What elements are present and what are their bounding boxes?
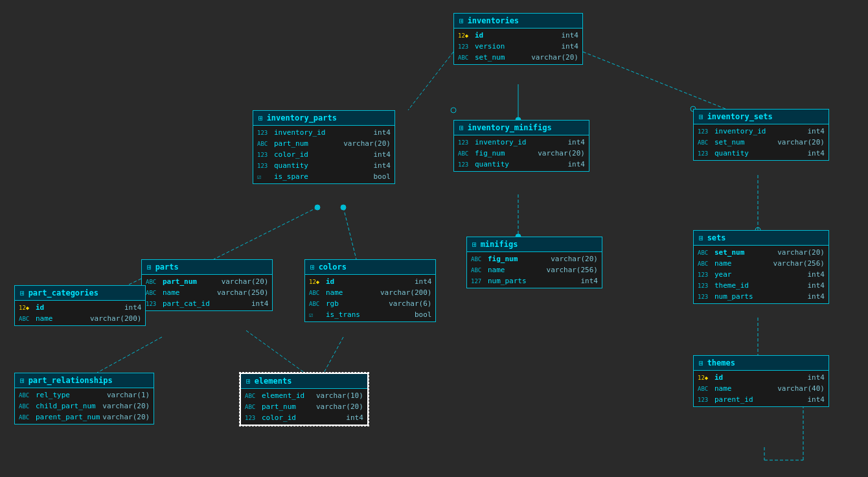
table-row: ABC part_num varchar(20)	[142, 276, 272, 287]
type-icon: 127	[471, 278, 485, 285]
type-icon: ABC	[471, 267, 485, 273]
checkbox-icon: ☑	[309, 311, 323, 318]
table-part-relationships-title: part_relationships	[29, 376, 113, 385]
field-name: parent_id	[714, 395, 766, 404]
table-themes[interactable]: ⊞ themes 12◆ id int4 ABC name varchar(40…	[693, 355, 829, 407]
type-icon: 123	[698, 397, 712, 403]
type-icon: 123	[257, 152, 271, 158]
table-inventory-parts-header: ⊞ inventory_parts	[253, 111, 394, 126]
field-type: int4	[808, 149, 825, 157]
field-type: int4	[562, 42, 579, 51]
table-row: ABC part_num varchar(20)	[253, 138, 394, 149]
type-icon: ABC	[698, 386, 712, 392]
table-icon: ⊞	[258, 114, 263, 122]
table-row: ABC set_num varchar(20)	[454, 52, 582, 63]
table-row: ABC rgb varchar(6)	[305, 298, 435, 309]
field-name: id	[36, 303, 87, 312]
table-colors[interactable]: ⊞ colors 12◆ id int4 ABC name varchar(20…	[304, 259, 436, 322]
field-name: name	[36, 314, 87, 323]
field-name: part_cat_id	[163, 299, 214, 308]
table-part-categories-title: part_categories	[29, 288, 98, 297]
svg-line-0	[408, 52, 453, 110]
type-icon: 123	[458, 139, 472, 146]
field-type: int4	[568, 160, 586, 169]
table-inventories-header: ⊞ inventories	[454, 14, 582, 29]
table-minifigs-body: ABC fig_num varchar(20) ABC name varchar…	[467, 252, 602, 288]
table-inventories[interactable]: ⊞ inventories 12◆ id int4 123 version in…	[453, 13, 583, 65]
table-part-relationships-header: ⊞ part_relationships	[15, 373, 154, 388]
table-icon: ⊞	[459, 124, 464, 132]
svg-line-4	[343, 207, 356, 259]
type-icon: 123	[257, 163, 271, 169]
table-parts[interactable]: ⊞ parts ABC part_num varchar(20) ABC nam…	[141, 259, 273, 311]
type-icon: ABC	[19, 316, 33, 322]
type-icon: 123	[458, 161, 472, 168]
table-icon: ⊞	[699, 113, 703, 121]
table-sets-body: ABC set_num varchar(20) ABC name varchar…	[694, 246, 828, 303]
field-name: name	[163, 288, 214, 297]
table-row: 123 inventory_id int4	[454, 137, 589, 148]
field-type: varchar(256)	[773, 259, 825, 268]
table-elements[interactable]: ⊞ elements ABC element_id varchar(10) AB…	[240, 373, 369, 426]
type-icon: ABC	[309, 290, 323, 296]
table-inventory-sets[interactable]: ⊞ inventory_sets 123 inventory_id int4 A…	[693, 109, 829, 161]
table-row: ABC fig_num varchar(20)	[467, 253, 602, 264]
field-name: is_spare	[274, 172, 326, 181]
table-icon: ⊞	[20, 289, 25, 297]
field-type: varchar(20)	[102, 402, 150, 410]
type-icon: ABC	[19, 392, 33, 399]
table-part-relationships[interactable]: ⊞ part_relationships ABC rel_type varcha…	[14, 373, 154, 425]
pk-icon: 12◆	[698, 375, 712, 381]
field-type: varchar(256)	[547, 266, 598, 274]
diagram-canvas[interactable]: ⊞ inventories 12◆ id int4 123 version in…	[0, 0, 868, 477]
svg-line-8	[97, 337, 162, 373]
field-name: color_id	[262, 413, 314, 422]
table-row: 123 color_id int4	[253, 149, 394, 160]
table-row: 12◆ id int4	[305, 276, 435, 287]
field-type: varchar(40)	[777, 384, 825, 393]
table-row: 123 part_cat_id int4	[142, 298, 272, 309]
field-type: varchar(20)	[777, 138, 825, 146]
type-icon: ABC	[19, 403, 33, 410]
table-part-categories[interactable]: ⊞ part_categories 12◆ id int4 ABC name v…	[14, 285, 146, 326]
table-inventory-parts-title: inventory_parts	[267, 113, 337, 122]
pk-icon: 12◆	[309, 279, 323, 285]
type-icon: 123	[146, 301, 160, 307]
type-icon: ABC	[309, 301, 323, 307]
field-name: part_num	[262, 402, 314, 411]
table-inventory-minifigs[interactable]: ⊞ inventory_minifigs 123 inventory_id in…	[453, 120, 589, 172]
table-row: 123 parent_id int4	[694, 394, 828, 405]
field-name: part_num	[163, 277, 214, 286]
field-type: varchar(20)	[531, 53, 578, 62]
field-type: int4	[415, 277, 432, 286]
table-inventories-body: 12◆ id int4 123 version int4 ABC set_num…	[454, 29, 582, 64]
field-type: varchar(20)	[222, 277, 269, 286]
table-icon: ⊞	[147, 263, 152, 272]
table-row: ABC child_part_num varchar(20)	[15, 401, 154, 412]
table-colors-body: 12◆ id int4 ABC name varchar(200) ABC rg…	[305, 275, 435, 321]
table-sets[interactable]: ⊞ sets ABC set_num varchar(20) ABC name …	[693, 230, 829, 304]
table-row: 123 version int4	[454, 41, 582, 52]
type-icon: 123	[245, 415, 259, 421]
pk-icon: 12◆	[458, 32, 472, 39]
type-icon: ABC	[146, 290, 160, 296]
table-row: 123 year int4	[694, 269, 828, 280]
table-row: ☑ is_trans bool	[305, 309, 435, 320]
type-icon: ABC	[698, 139, 712, 146]
field-type: varchar(20)	[343, 139, 391, 148]
table-row: 123 inventory_id int4	[694, 126, 828, 137]
type-icon: ABC	[19, 414, 33, 421]
table-row: 12◆ id int4	[454, 30, 582, 41]
type-icon: ABC	[458, 54, 472, 61]
table-minifigs[interactable]: ⊞ minifigs ABC fig_num varchar(20) ABC n…	[466, 237, 602, 288]
field-type: int4	[568, 138, 586, 146]
table-row: ABC element_id varchar(10)	[241, 390, 367, 401]
type-icon: ABC	[245, 393, 259, 399]
table-row: ABC name varchar(256)	[467, 264, 602, 275]
svg-point-19	[341, 205, 346, 210]
type-icon: ABC	[471, 256, 485, 262]
table-inventory-parts[interactable]: ⊞ inventory_parts 123 inventory_id int4 …	[253, 110, 395, 184]
table-row: ABC set_num varchar(20)	[694, 137, 828, 148]
field-name: name	[714, 384, 766, 393]
table-elements-header: ⊞ elements	[241, 374, 367, 389]
